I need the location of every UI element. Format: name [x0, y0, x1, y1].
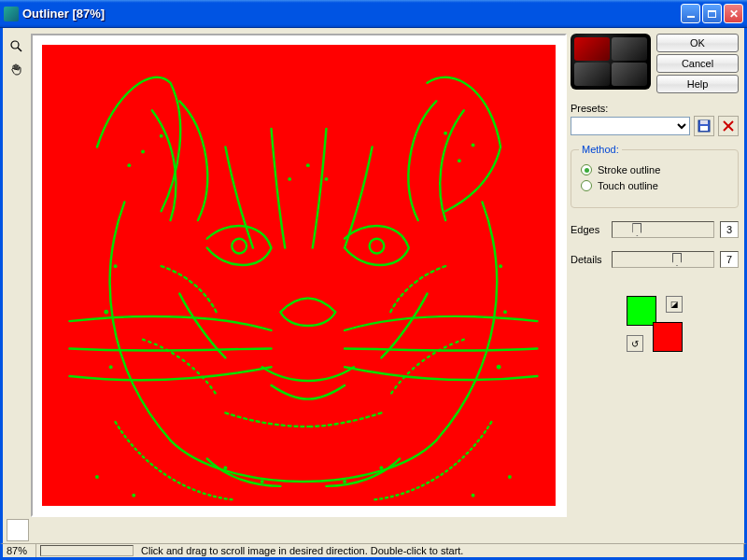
zoom-tool[interactable] [7, 36, 27, 57]
svg-point-20 [261, 480, 264, 483]
swap-colors-button[interactable]: ↺ [627, 335, 643, 352]
edges-label: Edges [571, 224, 606, 235]
control-panel: OK Cancel Help Presets: Method: Stroke o… [571, 34, 739, 538]
details-value: 7 [720, 251, 739, 268]
svg-point-10 [114, 264, 118, 268]
svg-point-19 [223, 466, 227, 469]
presets-dropdown[interactable] [571, 117, 690, 135]
cancel-button[interactable]: Cancel [656, 54, 739, 73]
details-label: Details [571, 254, 606, 265]
svg-point-14 [503, 310, 507, 314]
radio-label: Touch outline [598, 180, 658, 191]
method-group: Method: Stroke outline Touch outline [571, 149, 739, 208]
preview-frame [31, 34, 567, 517]
svg-point-25 [508, 475, 512, 479]
x-icon [722, 119, 735, 133]
radio-stroke-outline[interactable]: Stroke outline [581, 164, 728, 175]
radio-touch-outline[interactable]: Touch outline [581, 180, 728, 191]
floppy-icon [698, 119, 711, 133]
svg-point-21 [343, 480, 346, 483]
ok-button[interactable]: OK [656, 34, 739, 52]
minimize-button[interactable] [681, 4, 700, 23]
window-title: Outliner [87%] [22, 7, 105, 21]
edges-slider-row: Edges 3 [571, 221, 739, 238]
svg-point-6 [160, 134, 163, 138]
svg-point-16 [306, 163, 310, 167]
close-button[interactable]: ✕ [724, 4, 743, 23]
svg-point-13 [499, 264, 502, 268]
svg-point-12 [109, 365, 113, 369]
svg-point-0 [11, 41, 19, 49]
titlebar: Outliner [87%] ✕ [0, 0, 747, 28]
svg-point-17 [288, 177, 291, 181]
help-button[interactable]: Help [656, 75, 739, 93]
svg-point-2 [232, 239, 247, 254]
delete-preset-button[interactable] [718, 116, 739, 136]
navigator-thumbnail[interactable] [7, 519, 29, 541]
app-icon [4, 7, 19, 21]
details-slider-row: Details 7 [571, 251, 739, 268]
svg-point-22 [379, 466, 383, 469]
svg-point-9 [444, 132, 447, 135]
status-hint: Click and drag to scroll image in desire… [137, 544, 744, 557]
svg-line-1 [18, 48, 21, 51]
svg-point-4 [127, 163, 131, 167]
svg-point-15 [497, 365, 501, 370]
status-bar: 87% Click and drag to scroll image in de… [0, 543, 747, 560]
svg-rect-29 [700, 126, 708, 131]
color-swatches: ↺ ◪ [571, 296, 739, 352]
method-legend: Method: [579, 144, 622, 155]
save-preset-button[interactable] [694, 116, 714, 136]
radio-indicator [581, 164, 592, 175]
svg-rect-28 [700, 120, 708, 124]
slider-thumb[interactable] [672, 253, 682, 266]
svg-point-3 [370, 239, 385, 254]
vendor-logo [571, 34, 651, 90]
svg-point-11 [104, 310, 108, 315]
slider-thumb[interactable] [632, 223, 641, 236]
svg-point-26 [472, 494, 475, 497]
svg-point-8 [472, 144, 475, 147]
radio-indicator [581, 180, 592, 191]
hand-icon [10, 63, 23, 76]
preview-canvas[interactable] [42, 45, 556, 506]
background-color-swatch[interactable] [653, 322, 683, 352]
svg-point-18 [325, 177, 329, 181]
status-zoom: 87% [3, 544, 36, 557]
hand-tool[interactable] [7, 59, 27, 79]
svg-point-7 [458, 159, 461, 162]
tool-strip [7, 36, 27, 81]
magnifier-icon [10, 40, 23, 53]
status-progress [40, 545, 134, 556]
details-slider[interactable] [612, 251, 714, 268]
presets-label: Presets: [571, 103, 739, 114]
default-colors-button[interactable]: ◪ [666, 296, 683, 313]
svg-point-24 [132, 494, 135, 497]
radio-label: Stroke outline [598, 164, 660, 175]
svg-point-23 [95, 475, 99, 479]
svg-point-5 [141, 149, 145, 153]
outline-art [42, 45, 556, 506]
maximize-button[interactable] [702, 4, 722, 23]
edges-slider[interactable] [612, 221, 714, 238]
edges-value: 3 [720, 221, 739, 238]
